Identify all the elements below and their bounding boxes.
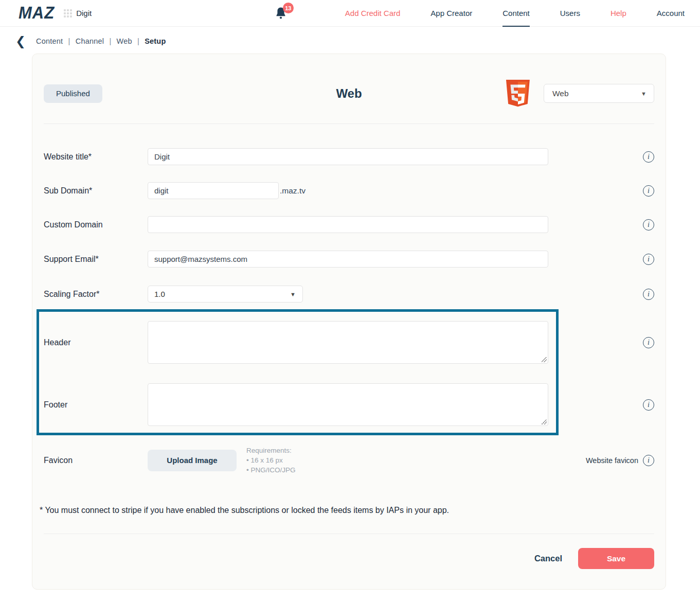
header-label: Header xyxy=(44,338,148,347)
upload-image-button[interactable]: Upload Image xyxy=(148,450,237,471)
chevron-down-icon: ▼ xyxy=(290,291,296,297)
nav-item-app-creator[interactable]: App Creator xyxy=(430,0,472,27)
favicon-row: Favicon Upload Image Requirements: • 16 … xyxy=(44,446,654,475)
footer-actions: Cancel Save xyxy=(44,548,654,569)
custom-domain-row: Custom Domain i xyxy=(44,216,654,233)
platform-dropdown-value: Web xyxy=(552,89,569,98)
header-row: Header i xyxy=(44,321,654,364)
breadcrumb-separator: | xyxy=(109,37,111,45)
chevron-down-icon: ▼ xyxy=(641,91,647,97)
scaling-factor-label: Scaling Factor* xyxy=(44,290,148,299)
platform-dropdown[interactable]: Web ▼ xyxy=(544,84,654,103)
nav-item-add-credit-card[interactable]: Add Credit Card xyxy=(345,0,401,27)
support-email-input[interactable] xyxy=(148,251,548,268)
footer-textarea[interactable] xyxy=(148,383,548,426)
domain-suffix: .maz.tv xyxy=(280,186,306,196)
breadcrumb-separator: | xyxy=(68,37,70,45)
stripe-footnote: * You must connect to stripe if you have… xyxy=(40,506,654,515)
scaling-factor-row: Scaling Factor* 1.0 ▼ i xyxy=(44,286,654,303)
requirements-title: Requirements: xyxy=(246,446,296,455)
status-badge: Published xyxy=(44,84,102,103)
scaling-factor-dropdown[interactable]: 1.0 ▼ xyxy=(148,286,303,303)
favicon-label: Favicon xyxy=(44,456,148,465)
website-favicon-label: Website favicon xyxy=(586,456,638,465)
nav-item-users[interactable]: Users xyxy=(560,0,580,27)
app-grid-icon[interactable] xyxy=(64,9,72,17)
info-icon[interactable]: i xyxy=(643,399,654,411)
website-title-input[interactable] xyxy=(148,148,548,165)
save-button[interactable]: Save xyxy=(578,548,654,569)
card-header: Published Web Web ▼ xyxy=(44,54,654,124)
divider xyxy=(44,534,654,534)
website-title-row: Website title* i xyxy=(44,148,654,165)
sub-domain-input[interactable] xyxy=(148,182,279,199)
info-icon[interactable]: i xyxy=(643,254,654,265)
requirement-size: • 16 x 16 px xyxy=(246,455,296,465)
requirement-format: • PNG/ICO/JPG xyxy=(246,465,296,475)
notifications-button[interactable]: 13 xyxy=(275,6,287,20)
card-header-right: Web ▼ xyxy=(506,80,654,107)
nav-item-help[interactable]: Help xyxy=(611,0,626,27)
brand: MAZ Digit xyxy=(19,4,92,23)
sub-domain-row: Sub Domain* .maz.tv i xyxy=(44,182,654,199)
footer-row: Footer i xyxy=(44,383,654,426)
html5-icon xyxy=(506,80,530,107)
custom-domain-input[interactable] xyxy=(148,216,548,233)
web-setup-card: Published Web Web ▼ Website title* i Sub xyxy=(32,54,666,590)
breadcrumb-web[interactable]: Web xyxy=(117,37,132,45)
info-icon[interactable]: i xyxy=(643,151,654,163)
top-navbar: MAZ Digit 13 Add Credit Card App Creator… xyxy=(0,0,700,27)
current-app-name[interactable]: Digit xyxy=(76,9,92,17)
back-chevron-icon[interactable]: ❮ xyxy=(15,36,26,46)
website-title-label: Website title* xyxy=(44,152,148,162)
info-icon[interactable]: i xyxy=(643,337,654,348)
info-icon[interactable]: i xyxy=(643,185,654,197)
breadcrumb-row: ❮ Content | Channel | Web | Setup xyxy=(0,27,700,54)
info-icon[interactable]: i xyxy=(643,219,654,230)
info-icon[interactable]: i xyxy=(643,455,654,466)
maz-logo: MAZ xyxy=(19,4,55,23)
favicon-requirements: Requirements: • 16 x 16 px • PNG/ICO/JPG xyxy=(246,446,296,475)
support-email-label: Support Email* xyxy=(44,255,148,264)
nav-item-content[interactable]: Content xyxy=(502,0,530,27)
nav-menu: 13 Add Credit Card App Creator Content U… xyxy=(275,0,685,27)
breadcrumb-separator: | xyxy=(137,37,139,45)
footer-label: Footer xyxy=(44,400,148,410)
breadcrumb-content[interactable]: Content xyxy=(36,37,63,45)
cancel-button[interactable]: Cancel xyxy=(534,554,562,563)
info-icon[interactable]: i xyxy=(643,289,654,300)
header-textarea[interactable] xyxy=(148,321,548,364)
breadcrumb-setup: Setup xyxy=(145,37,166,45)
breadcrumb-channel[interactable]: Channel xyxy=(76,37,104,45)
breadcrumb: Content | Channel | Web | Setup xyxy=(36,37,166,45)
notification-badge: 13 xyxy=(283,3,294,13)
scaling-factor-value: 1.0 xyxy=(154,290,165,298)
setup-form: Website title* i Sub Domain* .maz.tv i C… xyxy=(44,124,654,515)
support-email-row: Support Email* i xyxy=(44,251,654,268)
custom-domain-label: Custom Domain xyxy=(44,220,148,229)
sub-domain-label: Sub Domain* xyxy=(44,186,148,196)
nav-item-account[interactable]: Account xyxy=(657,0,685,27)
